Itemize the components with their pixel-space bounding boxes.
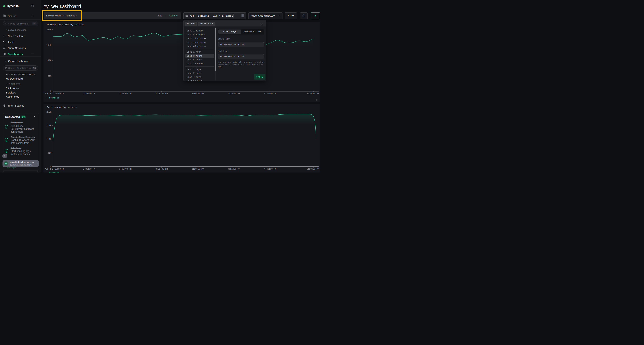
svg-text:2.2K: 2.2K — [46, 111, 52, 113]
svg-text:4:40:00 PM: 4:40:00 PM — [264, 93, 276, 95]
svg-text:5:10:00 PM: 5:10:00 PM — [306, 168, 319, 170]
svg-text:130K: 130K — [46, 59, 52, 62]
svg-text:65K: 65K — [48, 75, 52, 77]
svg-text:2:35:00 PM: 2:35:00 PM — [83, 168, 95, 170]
svg-text:0: 0 — [50, 165, 51, 168]
svg-text:195K: 195K — [46, 44, 52, 46]
svg-text:1.7K: 1.7K — [46, 124, 52, 127]
svg-text:4:15:00 PM: 4:15:00 PM — [228, 93, 240, 95]
svg-text:3:25:00 PM: 3:25:00 PM — [156, 168, 168, 170]
svg-text:5:10:00 PM: 5:10:00 PM — [306, 93, 319, 95]
svg-text:4:15:00 PM: 4:15:00 PM — [228, 168, 240, 170]
svg-text:Aug 4 2:10:00 PM: Aug 4 2:10:00 PM — [45, 93, 64, 95]
svg-text:550: 550 — [48, 152, 51, 154]
svg-text:3:25:00 PM: 3:25:00 PM — [156, 93, 168, 95]
svg-text:1.1K: 1.1K — [46, 138, 52, 140]
svg-text:3:50:00 PM: 3:50:00 PM — [192, 168, 204, 170]
svg-text:4:40:00 PM: 4:40:00 PM — [264, 168, 276, 170]
svg-text:3:50:00 PM: 3:50:00 PM — [192, 93, 204, 95]
svg-text:0: 0 — [50, 90, 51, 93]
svg-text:Aug 4 2:10:00 PM: Aug 4 2:10:00 PM — [45, 168, 64, 170]
svg-text:3:00:00 PM: 3:00:00 PM — [119, 93, 132, 95]
svg-text:2:35:00 PM: 2:35:00 PM — [83, 93, 95, 95]
svg-text:3:00:00 PM: 3:00:00 PM — [119, 168, 132, 170]
svg-text:260K: 260K — [46, 28, 52, 31]
